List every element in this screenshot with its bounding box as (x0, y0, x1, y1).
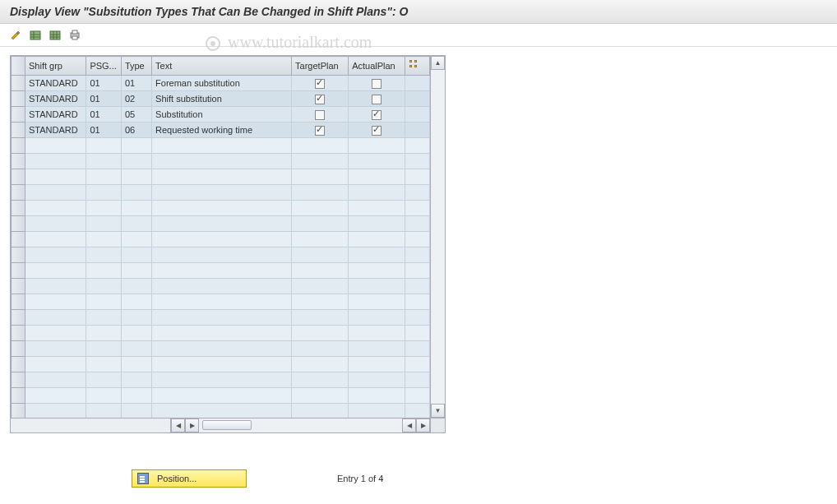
cell-text[interactable]: Substitution (152, 107, 292, 123)
col-header-shift-grp[interactable]: Shift grp (25, 57, 86, 76)
table-row-empty (12, 154, 430, 169)
col-header-type[interactable]: Type (121, 57, 151, 76)
cell-type[interactable]: 06 (121, 123, 151, 138)
cell-shift-grp[interactable]: STANDARD (25, 76, 86, 91)
data-table: Shift grp PSG... Type Text TargetPlan Ac… (11, 56, 430, 418)
cell-target[interactable] (292, 123, 349, 138)
page-title: Display View "Subsitution Types That Can… (0, 0, 837, 24)
checkbox-actual[interactable] (372, 110, 382, 120)
checkbox-target[interactable] (315, 126, 325, 136)
hscroll-track[interactable] (199, 418, 402, 432)
cell-psg[interactable]: 01 (86, 123, 122, 138)
table-row-empty (12, 185, 430, 201)
table-row-empty (12, 247, 430, 263)
vscroll-track[interactable] (431, 70, 445, 404)
row-selector[interactable] (12, 107, 25, 123)
scroll-right-end-icon[interactable]: ▶ (416, 418, 430, 432)
scroll-left-end-icon[interactable]: ◀ (402, 418, 416, 432)
row-selector-header[interactable] (12, 57, 25, 76)
checkbox-target[interactable] (315, 110, 325, 120)
cell-psg[interactable]: 01 (86, 91, 122, 107)
hscroll-frozen-area (11, 418, 171, 432)
vertical-scrollbar[interactable]: ▲ ▼ (430, 56, 445, 418)
print-icon[interactable] (67, 28, 82, 43)
table-row-empty (12, 263, 430, 279)
cell-end (405, 123, 430, 138)
table-view-alt-icon[interactable] (48, 28, 62, 43)
cell-end (405, 91, 430, 107)
scroll-left-icon[interactable]: ◀ (171, 418, 185, 432)
cell-type[interactable]: 01 (121, 76, 151, 91)
entry-counter: Entry 1 of 4 (337, 474, 383, 483)
table-row-empty (12, 279, 430, 294)
scroll-right-inner-icon[interactable]: ▶ (185, 418, 199, 432)
col-header-text[interactable]: Text (152, 57, 292, 76)
table-row-empty (12, 357, 430, 372)
cell-target[interactable] (292, 91, 349, 107)
cell-end (405, 107, 430, 123)
hscroll-thumb[interactable] (202, 420, 252, 430)
checkbox-target[interactable] (315, 95, 325, 104)
table-row-empty (12, 216, 430, 232)
table-row-empty (12, 341, 430, 357)
svg-rect-11 (72, 36, 77, 39)
cell-text[interactable]: Foreman substitution (152, 76, 292, 91)
table-row[interactable]: STANDARD0102Shift substitution (12, 91, 430, 107)
cell-psg[interactable]: 01 (86, 107, 122, 123)
row-selector[interactable] (12, 91, 25, 107)
table-row-empty (12, 294, 430, 310)
position-button[interactable]: Position... (132, 469, 247, 488)
cell-shift-grp[interactable]: STANDARD (25, 91, 86, 107)
footer: Position... Entry 1 of 4 (0, 469, 837, 488)
data-table-container: Shift grp PSG... Type Text TargetPlan Ac… (10, 55, 446, 433)
cell-target[interactable] (292, 76, 349, 91)
table-view-icon[interactable] (28, 28, 43, 43)
table-row-empty (12, 326, 430, 341)
checkbox-actual[interactable] (372, 79, 382, 89)
table-row-empty (12, 404, 430, 418)
table-row[interactable]: STANDARD0105Substitution (12, 107, 430, 123)
cell-type[interactable]: 02 (121, 91, 151, 107)
col-header-target[interactable]: TargetPlan (292, 57, 349, 76)
cell-text[interactable]: Shift substitution (152, 91, 292, 107)
col-header-psg[interactable]: PSG... (86, 57, 122, 76)
cell-shift-grp[interactable]: STANDARD (25, 123, 86, 138)
cell-actual[interactable] (349, 107, 405, 123)
svg-rect-0 (30, 31, 40, 39)
cell-actual[interactable] (349, 123, 405, 138)
table-row-empty (12, 201, 430, 216)
table-row-empty (12, 310, 430, 326)
col-header-actual[interactable]: ActualPlan (349, 57, 405, 76)
checkbox-actual[interactable] (372, 95, 382, 104)
cell-type[interactable]: 05 (121, 107, 151, 123)
grid-config-icon (409, 59, 420, 71)
checkbox-actual[interactable] (372, 126, 382, 136)
cell-shift-grp[interactable]: STANDARD (25, 107, 86, 123)
cell-actual[interactable] (349, 91, 405, 107)
toolbar (0, 24, 837, 47)
horizontal-scrollbar[interactable]: ◀ ▶ ◀ ▶ (11, 418, 430, 432)
scroll-down-icon[interactable]: ▼ (431, 404, 445, 418)
cell-psg[interactable]: 01 (86, 76, 122, 91)
cell-actual[interactable] (349, 76, 405, 91)
scroll-up-icon[interactable]: ▲ (431, 56, 445, 70)
svg-rect-10 (72, 30, 77, 34)
table-row-empty (12, 388, 430, 404)
svg-rect-4 (50, 31, 60, 39)
checkbox-target[interactable] (315, 79, 325, 89)
position-button-label: Position... (157, 474, 197, 483)
table-row-empty (12, 169, 430, 185)
table-row[interactable]: STANDARD0106Requested working time (12, 123, 430, 138)
scroll-corner (430, 418, 445, 432)
table-row-empty (12, 138, 430, 154)
toggle-edit-icon[interactable] (8, 28, 23, 43)
cell-target[interactable] (292, 107, 349, 123)
table-row-empty (12, 232, 430, 247)
table-row-empty (12, 372, 430, 388)
row-selector[interactable] (12, 123, 25, 138)
row-selector[interactable] (12, 76, 25, 91)
table-row[interactable]: STANDARD0101Foreman substitution (12, 76, 430, 91)
cell-text[interactable]: Requested working time (152, 123, 292, 138)
position-icon (137, 473, 149, 484)
configure-columns-button[interactable] (405, 57, 430, 76)
